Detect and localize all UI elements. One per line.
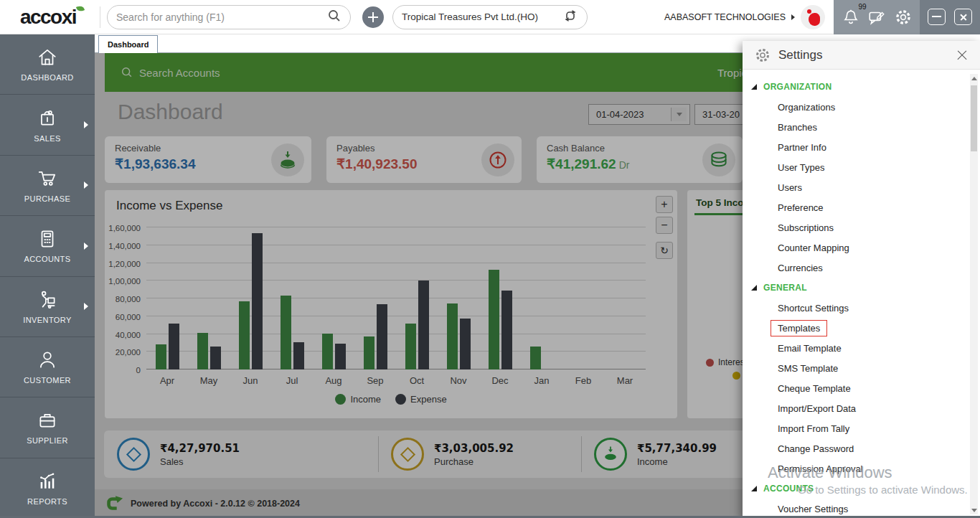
search-icon: [121, 66, 133, 79]
sidebar-item-accounts[interactable]: ACCOUNTS: [0, 216, 95, 276]
feedback-message-icon[interactable]: [867, 8, 886, 27]
settings-item-partner-info[interactable]: Partner Info: [743, 137, 969, 157]
settings-item-preference[interactable]: Preference: [743, 197, 969, 217]
refresh-button[interactable]: ↻: [656, 242, 673, 259]
global-search-input[interactable]: [116, 11, 327, 23]
settings-item-templates[interactable]: Templates: [743, 318, 969, 338]
settings-item-subscriptions[interactable]: Subscriptions: [743, 217, 969, 237]
global-search[interactable]: [107, 5, 351, 29]
settings-item-counter-mapping[interactable]: Counter Mapping: [743, 237, 969, 258]
settings-item-label: Templates: [771, 320, 827, 336]
tab-dashboard-label: Dashboard: [108, 40, 149, 49]
trolley-icon: [37, 289, 58, 311]
sidebar-item-inventory[interactable]: INVENTORY: [0, 277, 95, 337]
settings-item-email-template[interactable]: Email Template: [743, 338, 969, 358]
settings-group-label: ACCOUNTS: [763, 484, 814, 494]
sidebar-item-sales[interactable]: SALES: [0, 95, 95, 155]
settings-gear-icon[interactable]: [894, 8, 913, 27]
scroll-down-arrow[interactable]: [970, 506, 978, 514]
bar-expense-sep: [377, 304, 387, 369]
close-icon[interactable]: [956, 49, 969, 62]
y-axis-tick: 1,40,000: [96, 242, 141, 250]
home-icon: [37, 47, 58, 68]
notifications-bell-icon[interactable]: 99: [842, 8, 860, 27]
page-title: Dashboard: [118, 100, 223, 124]
scroll-up-arrow[interactable]: [970, 74, 978, 83]
summary-text: ₹5,77,340.99Income: [637, 442, 717, 467]
settings-group-organization[interactable]: ORGANIZATION: [743, 77, 969, 97]
settings-item-user-types[interactable]: User Types: [743, 157, 969, 177]
bar-group-mar: [604, 227, 646, 369]
sidebar-menu: DASHBOARDSALESPURCHASEACCOUNTSINVENTORYC…: [0, 34, 95, 518]
legend-label: Income: [350, 394, 381, 405]
settings-item-users[interactable]: Users: [743, 177, 969, 197]
stat-cards-row: Receivable₹1,93,636.34Payables₹1,40,923.…: [105, 136, 743, 185]
bar-income-apr: [156, 344, 166, 369]
close-window-button[interactable]: [954, 9, 972, 25]
receivable-card[interactable]: Receivable₹1,93,636.34: [105, 136, 311, 183]
search-icon: [327, 9, 341, 26]
settings-item-permission-approval[interactable]: Permission Approval: [743, 458, 969, 479]
bar-group-aug: [313, 227, 354, 369]
cash-balance-card[interactable]: Cash Balance₹41,291.62Dr: [537, 136, 743, 183]
scrollbar-thumb[interactable]: [971, 85, 977, 151]
account-menu[interactable]: AABASOFT TECHNOLOGIES: [664, 5, 834, 29]
tab-dashboard[interactable]: Dashboard: [98, 35, 158, 53]
bar-expense-oct: [418, 281, 429, 369]
settings-item-label: Change Password: [778, 443, 854, 454]
settings-item-cheque-template[interactable]: Cheque Template: [743, 378, 969, 398]
search-accounts-field[interactable]: Search Accounts: [121, 66, 220, 79]
settings-item-import-from-tally[interactable]: Import From Tally: [743, 418, 969, 438]
settings-item-label: Users: [778, 182, 802, 193]
settings-item-change-password[interactable]: Change Password: [743, 438, 969, 458]
sidebar-item-reports[interactable]: REPORTS: [0, 458, 95, 518]
settings-group-accounts[interactable]: ACCOUNTS: [743, 479, 969, 499]
account-name: AABASOFT TECHNOLOGIES: [664, 12, 786, 22]
income-coin-icon: [594, 438, 627, 471]
settings-group-label: GENERAL: [763, 283, 807, 293]
bar-expense-dec: [501, 291, 512, 369]
bar-income-jun: [239, 301, 250, 369]
settings-item-import-export-data[interactable]: Import/Export Data: [743, 398, 969, 418]
settings-item-label: Currencies: [778, 263, 823, 273]
switch-company-icon[interactable]: [562, 8, 578, 26]
chart-bars: [146, 227, 646, 369]
minimize-button[interactable]: [928, 9, 946, 25]
settings-group-general[interactable]: GENERAL: [743, 278, 969, 298]
add-button[interactable]: [362, 6, 384, 28]
y-axis-tick: 0: [96, 366, 141, 375]
bar-group-feb: [562, 227, 604, 369]
zoom-in-button[interactable]: +: [656, 196, 673, 213]
date-from-value: 01-04-2023: [596, 109, 644, 120]
avatar[interactable]: [801, 5, 825, 29]
legend-income: Income: [335, 394, 381, 405]
settings-header: Settings: [743, 41, 980, 70]
settings-item-branches[interactable]: Branches: [743, 117, 969, 137]
settings-item-shortcut-settings[interactable]: Shortcut Settings: [743, 298, 969, 318]
company-selector[interactable]: Tropical Treasures Pvt Ltd.(HO): [392, 5, 588, 29]
settings-item-voucher-settings[interactable]: Voucher Settings: [743, 499, 969, 518]
summary-label: Sales: [160, 456, 240, 467]
settings-scrollbar[interactable]: [970, 74, 978, 514]
payables-card[interactable]: Payables₹1,40,923.50: [326, 136, 522, 183]
sidebar-item-supplier[interactable]: SUPPLIER: [0, 397, 95, 458]
settings-item-label: SMS Template: [778, 363, 838, 374]
accoxi-logo[interactable]: accoxi: [0, 0, 96, 34]
caret-right-icon: [791, 14, 795, 20]
settings-item-organizations[interactable]: Organizations: [743, 97, 969, 117]
bar-group-dec: [479, 227, 521, 369]
zoom-out-button[interactable]: −: [656, 217, 673, 234]
sidebar-item-customer[interactable]: CUSTOMER: [0, 337, 95, 397]
date-dropdown-button[interactable]: [671, 108, 687, 121]
sidebar-item-dashboard[interactable]: DASHBOARD: [0, 34, 95, 95]
chevron-right-icon: [84, 182, 88, 189]
sidebar-item-label: SUPPLIER: [27, 436, 68, 445]
settings-item-label: Partner Info: [778, 142, 826, 153]
settings-item-sms-template[interactable]: SMS Template: [743, 358, 969, 378]
date-from-field[interactable]: 01-04-2023: [588, 104, 690, 125]
coin-down-icon: [601, 445, 620, 463]
card-amount: ₹1,93,636.34: [115, 156, 195, 171]
settings-item-label: Email Template: [778, 343, 842, 354]
sidebar-item-purchase[interactable]: PURCHASE: [0, 156, 95, 216]
settings-item-currencies[interactable]: Currencies: [743, 258, 969, 278]
